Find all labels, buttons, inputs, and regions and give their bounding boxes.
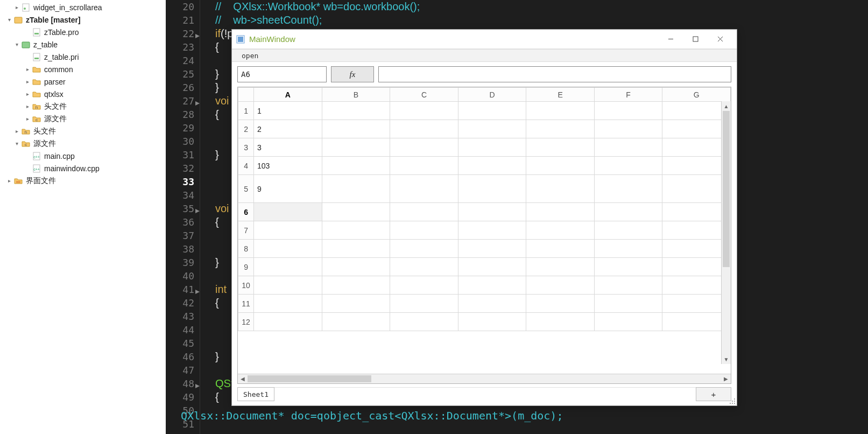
- cell[interactable]: [458, 258, 526, 276]
- cell[interactable]: [526, 120, 595, 138]
- add-sheet-button[interactable]: +: [696, 387, 731, 401]
- cell[interactable]: [322, 221, 390, 240]
- select-all-corner[interactable]: [238, 88, 254, 102]
- code-line[interactable]: // QXlsx::Workbook* wb=doc.workbook();: [200, 0, 868, 13]
- tree-item[interactable]: ▾c源文件: [0, 137, 166, 150]
- row-header[interactable]: 1: [238, 102, 254, 120]
- expand-icon[interactable]: ▾: [13, 41, 20, 47]
- cell[interactable]: [594, 120, 662, 138]
- tree-item[interactable]: ▸h头文件: [0, 100, 166, 113]
- tree-item[interactable]: ▸common: [0, 63, 166, 75]
- tree-item[interactable]: z_table.pri: [0, 51, 166, 63]
- cell[interactable]: [254, 240, 322, 258]
- column-header[interactable]: A: [254, 88, 322, 102]
- cell[interactable]: [526, 276, 595, 295]
- cell[interactable]: 1: [254, 102, 322, 120]
- vertical-scrollbar[interactable]: ▲ ▼: [721, 101, 731, 364]
- cell-reference-input[interactable]: [237, 66, 327, 82]
- cell[interactable]: [662, 102, 731, 120]
- cell[interactable]: [390, 138, 458, 157]
- cell[interactable]: [594, 157, 662, 175]
- cell[interactable]: [390, 157, 458, 175]
- horizontal-scrollbar[interactable]: ◀ ▶: [238, 374, 731, 383]
- cell[interactable]: [390, 203, 458, 221]
- maximize-button[interactable]: [683, 31, 708, 47]
- cell[interactable]: [526, 175, 595, 203]
- cell[interactable]: [322, 276, 390, 295]
- cell[interactable]: [662, 203, 731, 221]
- column-header[interactable]: B: [322, 88, 390, 102]
- scroll-down-icon[interactable]: ▼: [722, 354, 731, 364]
- cell[interactable]: [254, 221, 322, 240]
- cell[interactable]: [254, 258, 322, 276]
- tree-item[interactable]: ▸c源文件: [0, 113, 166, 125]
- column-header[interactable]: G: [662, 88, 731, 102]
- cell[interactable]: [662, 258, 731, 276]
- cell[interactable]: [526, 102, 595, 120]
- minimize-button[interactable]: [658, 31, 683, 47]
- cell[interactable]: [322, 258, 390, 276]
- expand-icon[interactable]: ▸: [24, 79, 31, 85]
- cell[interactable]: 3: [254, 138, 322, 157]
- resize-grip-icon[interactable]: [728, 397, 736, 404]
- tree-item[interactable]: ▸h头文件: [0, 125, 166, 137]
- cell[interactable]: [526, 221, 595, 240]
- cell[interactable]: [526, 203, 595, 221]
- tree-item[interactable]: ▾zTable [master]: [0, 13, 166, 26]
- cell[interactable]: [526, 295, 595, 313]
- column-header[interactable]: F: [594, 88, 662, 102]
- cell[interactable]: [662, 313, 731, 331]
- cell[interactable]: [390, 276, 458, 295]
- column-header[interactable]: E: [526, 88, 595, 102]
- cell[interactable]: [594, 240, 662, 258]
- cell[interactable]: [662, 295, 731, 313]
- cell[interactable]: [322, 157, 390, 175]
- cell[interactable]: [458, 295, 526, 313]
- cell[interactable]: [254, 203, 322, 221]
- row-header[interactable]: 4: [238, 157, 254, 175]
- expand-icon[interactable]: ▸: [24, 103, 31, 109]
- cell[interactable]: [458, 120, 526, 138]
- cell[interactable]: [322, 240, 390, 258]
- cell[interactable]: [594, 221, 662, 240]
- row-header[interactable]: 3: [238, 138, 254, 157]
- row-header[interactable]: 5: [238, 175, 254, 203]
- cell[interactable]: [458, 157, 526, 175]
- vertical-scroll-thumb[interactable]: [723, 111, 730, 267]
- expand-icon[interactable]: ▸: [24, 66, 31, 72]
- cell[interactable]: [322, 120, 390, 138]
- cell[interactable]: [594, 295, 662, 313]
- sheet-tab[interactable]: Sheet1: [237, 387, 274, 401]
- tree-item[interactable]: zTable.pro: [0, 26, 166, 38]
- tree-item[interactable]: c++main.cpp: [0, 150, 166, 162]
- fx-button[interactable]: fx: [331, 66, 374, 82]
- formula-input[interactable]: [378, 66, 731, 82]
- expand-icon[interactable]: ▸: [24, 91, 31, 97]
- cell[interactable]: [322, 295, 390, 313]
- cell[interactable]: [390, 240, 458, 258]
- column-header[interactable]: C: [390, 88, 458, 102]
- expand-icon[interactable]: ▸: [13, 128, 20, 134]
- cell[interactable]: [526, 157, 595, 175]
- row-header[interactable]: 6: [238, 203, 254, 221]
- cell[interactable]: [322, 138, 390, 157]
- expand-icon[interactable]: ▾: [5, 17, 13, 23]
- cell[interactable]: [662, 120, 731, 138]
- cell[interactable]: [322, 313, 390, 331]
- cell[interactable]: 103: [254, 157, 322, 175]
- cell[interactable]: [594, 102, 662, 120]
- cell[interactable]: [458, 240, 526, 258]
- cell[interactable]: [662, 157, 731, 175]
- row-header[interactable]: 11: [238, 295, 254, 313]
- cell[interactable]: [526, 258, 595, 276]
- row-header[interactable]: 2: [238, 120, 254, 138]
- cell[interactable]: [662, 276, 731, 295]
- spreadsheet-table[interactable]: ABCDEFG 1122334103596789101112: [238, 87, 731, 331]
- cell[interactable]: [390, 102, 458, 120]
- tree-item[interactable]: ▸qtxlsx: [0, 88, 166, 100]
- cell[interactable]: [662, 240, 731, 258]
- cell[interactable]: [662, 175, 731, 203]
- cell[interactable]: [662, 221, 731, 240]
- cell[interactable]: [254, 295, 322, 313]
- cell[interactable]: 2: [254, 120, 322, 138]
